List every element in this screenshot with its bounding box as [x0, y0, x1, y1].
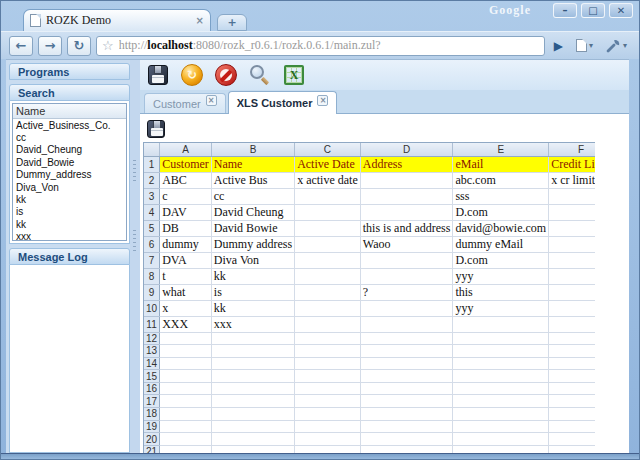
- cell-F3[interactable]: [549, 188, 595, 204]
- cell-E1[interactable]: eMail: [453, 156, 549, 172]
- panel-message-log[interactable]: Message Log: [9, 248, 130, 265]
- cell-D3[interactable]: [360, 188, 453, 204]
- cell-B20[interactable]: [211, 433, 294, 446]
- list-item[interactable]: David_Cheung: [13, 144, 126, 156]
- cell-C12[interactable]: [295, 332, 361, 345]
- cell-C11[interactable]: [295, 316, 361, 332]
- cell-A16[interactable]: [160, 382, 212, 395]
- cell-E20[interactable]: [453, 433, 549, 446]
- cell-E7[interactable]: D.com: [453, 252, 549, 268]
- row-header-16[interactable]: 16: [144, 382, 160, 395]
- cell-D13[interactable]: [360, 345, 453, 358]
- list-item[interactable]: Dummy_address: [13, 169, 126, 181]
- col-header-F[interactable]: F: [549, 143, 595, 156]
- cell-D11[interactable]: [360, 316, 453, 332]
- cell-A7[interactable]: DVA: [160, 252, 212, 268]
- sidebar-splitter[interactable]: [130, 60, 140, 453]
- cell-D10[interactable]: [360, 300, 453, 316]
- back-button[interactable]: ←: [9, 36, 33, 56]
- cell-F12[interactable]: [549, 332, 595, 345]
- cell-A9[interactable]: what: [160, 284, 212, 300]
- cell-B8[interactable]: kk: [211, 268, 294, 284]
- cell-C3[interactable]: [295, 188, 361, 204]
- address-bar[interactable]: ☆ http://localhost:8080/rozk_r0.6.1/rozk…: [96, 36, 545, 56]
- cell-B2[interactable]: Active Bus: [211, 172, 294, 188]
- tools-menu-button[interactable]: ▾: [602, 38, 631, 53]
- list-item[interactable]: David_Bowie: [13, 156, 126, 168]
- cell-B17[interactable]: [211, 395, 294, 408]
- row-header-14[interactable]: 14: [144, 357, 160, 370]
- cell-D8[interactable]: [360, 268, 453, 284]
- cell-D7[interactable]: [360, 252, 453, 268]
- list-item[interactable]: cc: [13, 131, 126, 143]
- go-button[interactable]: ▶: [550, 39, 567, 53]
- row-header-5[interactable]: 5: [144, 220, 160, 236]
- cell-D12[interactable]: [360, 332, 453, 345]
- cell-B15[interactable]: [211, 370, 294, 383]
- cell-B7[interactable]: Diva Von: [211, 252, 294, 268]
- cell-D18[interactable]: [360, 408, 453, 421]
- cell-E18[interactable]: [453, 408, 549, 421]
- cell-A11[interactable]: XXX: [160, 316, 212, 332]
- cell-D21[interactable]: [360, 445, 453, 453]
- bookmark-star-icon[interactable]: ☆: [102, 38, 114, 53]
- cell-C4[interactable]: [295, 204, 361, 220]
- row-header-8[interactable]: 8: [144, 268, 160, 284]
- col-header-E[interactable]: E: [453, 143, 549, 156]
- cell-F9[interactable]: [549, 284, 595, 300]
- cell-E8[interactable]: yyy: [453, 268, 549, 284]
- cell-B19[interactable]: [211, 420, 294, 433]
- cell-B5[interactable]: David Bowie: [211, 220, 294, 236]
- row-header-21[interactable]: 21: [144, 445, 160, 453]
- cell-B1[interactable]: Name: [211, 156, 294, 172]
- cell-E17[interactable]: [453, 395, 549, 408]
- cell-D6[interactable]: Waoo: [360, 236, 453, 252]
- panel-programs[interactable]: Programs: [9, 63, 130, 80]
- cell-E21[interactable]: [453, 445, 549, 453]
- cell-E9[interactable]: this: [453, 284, 549, 300]
- cell-B4[interactable]: David Cheung: [211, 204, 294, 220]
- page-menu-button[interactable]: ▾: [572, 39, 597, 52]
- list-item[interactable]: kk: [13, 193, 126, 205]
- cell-B9[interactable]: is: [211, 284, 294, 300]
- cell-A14[interactable]: [160, 357, 212, 370]
- cell-C17[interactable]: [295, 395, 361, 408]
- cancel-button[interactable]: [214, 63, 238, 87]
- cell-D1[interactable]: Address: [360, 156, 453, 172]
- export-excel-button[interactable]: X: [282, 63, 306, 87]
- cell-F1[interactable]: Credit Limit: [549, 156, 595, 172]
- search-button[interactable]: [248, 63, 272, 87]
- cell-F18[interactable]: [549, 408, 595, 421]
- browser-tab[interactable]: ROZK Demo ×: [23, 9, 211, 31]
- row-header-18[interactable]: 18: [144, 408, 160, 421]
- cell-E5[interactable]: david@bowie.com: [453, 220, 549, 236]
- cell-F15[interactable]: [549, 370, 595, 383]
- cell-E2[interactable]: abc.com: [453, 172, 549, 188]
- cell-F2[interactable]: x cr limit: [549, 172, 595, 188]
- close-button[interactable]: ✕: [609, 3, 633, 18]
- cell-F8[interactable]: [549, 268, 595, 284]
- cell-F14[interactable]: [549, 357, 595, 370]
- row-header-20[interactable]: 20: [144, 433, 160, 446]
- tab-customer[interactable]: Customer ×: [144, 93, 226, 113]
- cell-E12[interactable]: [453, 332, 549, 345]
- cell-D17[interactable]: [360, 395, 453, 408]
- cell-F7[interactable]: [549, 252, 595, 268]
- cell-A12[interactable]: [160, 332, 212, 345]
- reload-button[interactable]: ↻: [67, 36, 91, 56]
- cell-A3[interactable]: c: [160, 188, 212, 204]
- cell-F20[interactable]: [549, 433, 595, 446]
- col-header-D[interactable]: D: [360, 143, 453, 156]
- list-item[interactable]: xxx: [13, 231, 126, 241]
- cell-A6[interactable]: dummy: [160, 236, 212, 252]
- cell-B11[interactable]: xxx: [211, 316, 294, 332]
- cell-B6[interactable]: Dummy address: [211, 236, 294, 252]
- cell-F21[interactable]: [549, 445, 595, 453]
- cell-C6[interactable]: [295, 236, 361, 252]
- tab-close-icon[interactable]: ×: [196, 15, 204, 26]
- cell-B3[interactable]: cc: [211, 188, 294, 204]
- cell-C7[interactable]: [295, 252, 361, 268]
- row-header-1[interactable]: 1: [144, 156, 160, 172]
- cell-B21[interactable]: [211, 445, 294, 453]
- list-item[interactable]: kk: [13, 218, 126, 230]
